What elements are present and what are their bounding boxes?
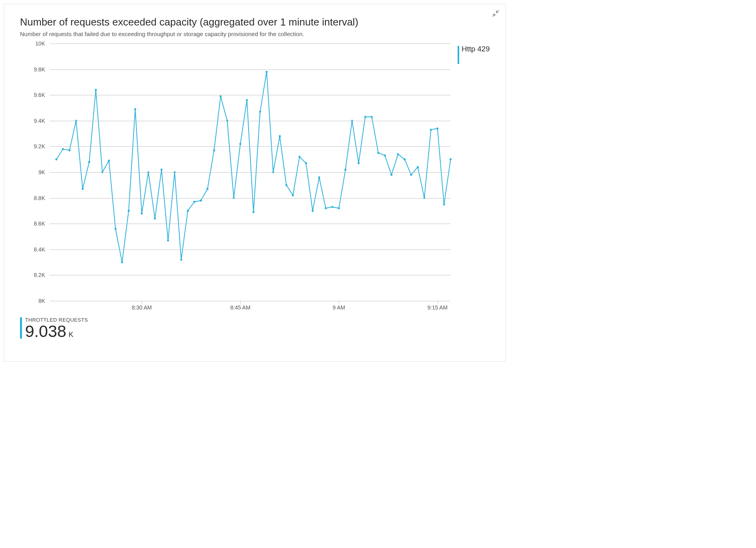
summary-value: 9.038K	[25, 323, 88, 340]
data-point	[331, 206, 333, 208]
data-point	[193, 201, 195, 203]
data-point	[377, 152, 379, 154]
data-point	[443, 203, 445, 205]
data-point	[62, 148, 64, 150]
data-point	[180, 259, 182, 260]
legend-swatch	[458, 46, 459, 64]
summary-metric: THROTTLED REQUESTS 9.038K	[20, 317, 490, 340]
data-point	[114, 228, 116, 230]
data-point	[318, 177, 320, 178]
data-point	[371, 116, 373, 118]
data-point	[128, 210, 130, 212]
x-tick-mark	[240, 301, 241, 304]
x-tick-mark	[142, 301, 142, 304]
data-point	[220, 95, 222, 97]
collapse-icon[interactable]	[492, 10, 499, 17]
data-point	[391, 174, 393, 176]
data-point	[436, 127, 438, 129]
data-point	[82, 188, 84, 190]
data-point	[403, 158, 405, 160]
x-tick-label: 9:15 AM	[427, 304, 447, 311]
data-point	[200, 200, 202, 202]
data-point	[239, 143, 241, 145]
data-point	[259, 111, 261, 113]
data-point	[141, 212, 143, 214]
data-point	[292, 194, 294, 196]
line-series	[56, 72, 451, 262]
y-tick-label: 9.2K	[20, 143, 47, 149]
data-point	[384, 155, 386, 157]
data-point	[364, 116, 366, 118]
data-point	[253, 211, 254, 213]
gridline	[50, 95, 451, 95]
y-tick-label: 8.2K	[20, 272, 47, 278]
data-point	[450, 158, 452, 160]
data-point	[160, 169, 162, 171]
data-point	[298, 156, 300, 158]
y-tick-label: 8.8K	[20, 195, 47, 201]
x-tick-mark	[339, 301, 339, 304]
data-point	[187, 210, 189, 212]
data-point	[338, 207, 340, 209]
data-point	[69, 149, 71, 151]
legend-label: Http 429	[462, 44, 490, 53]
data-point	[345, 169, 347, 171]
gridline	[50, 44, 451, 44]
y-tick-label: 8.4K	[20, 246, 47, 253]
data-point	[95, 89, 97, 91]
gridline	[50, 249, 451, 250]
legend-item: Http 429	[458, 44, 490, 64]
data-point	[121, 261, 123, 263]
data-point	[213, 149, 215, 151]
chart-title: Number of requests exceeded capacity (ag…	[20, 16, 490, 28]
data-point	[410, 174, 412, 176]
y-tick-label: 8K	[20, 298, 47, 304]
data-point	[358, 162, 360, 164]
y-tick-label: 10K	[20, 40, 47, 47]
data-point	[134, 108, 136, 110]
y-tick-label: 9.8K	[20, 66, 47, 73]
gridline	[50, 146, 451, 147]
data-point	[430, 129, 432, 131]
data-point	[108, 160, 110, 162]
x-tick-label: 8:45 AM	[230, 304, 250, 311]
data-point	[285, 184, 287, 186]
gridline	[50, 69, 451, 70]
data-point	[265, 71, 267, 73]
data-point	[325, 207, 327, 209]
data-point	[397, 153, 399, 155]
y-tick-label: 9.6K	[20, 92, 47, 98]
summary-accent-bar	[20, 317, 22, 339]
data-point	[167, 239, 169, 241]
chart-subtitle: Number of requests that failed due to ex…	[20, 31, 490, 37]
x-tick-mark	[438, 301, 438, 304]
chart-plot-area: 8:30 AM8:45 AM9 AM9:15 AM 8K8.2K8.4K8.6K…	[20, 44, 452, 313]
gridline	[50, 121, 451, 121]
data-point	[246, 99, 248, 101]
x-tick-label: 8:30 AM	[132, 304, 152, 311]
y-tick-label: 9K	[20, 169, 47, 175]
data-point	[88, 161, 90, 163]
legend: Http 429	[458, 44, 490, 313]
data-point	[312, 210, 314, 212]
x-tick-label: 9 AM	[333, 304, 345, 311]
gridline	[50, 172, 451, 173]
data-point	[305, 162, 307, 164]
y-tick-label: 8.6K	[20, 220, 47, 227]
data-point	[55, 158, 57, 160]
data-point	[417, 166, 419, 168]
chart-panel: Number of requests exceeded capacity (ag…	[4, 4, 506, 362]
gridline	[50, 224, 451, 224]
data-point	[207, 188, 209, 190]
gridline	[50, 275, 451, 275]
data-point	[279, 135, 281, 137]
gridline	[50, 198, 451, 198]
y-tick-label: 9.4K	[20, 118, 47, 124]
data-point	[154, 218, 156, 220]
